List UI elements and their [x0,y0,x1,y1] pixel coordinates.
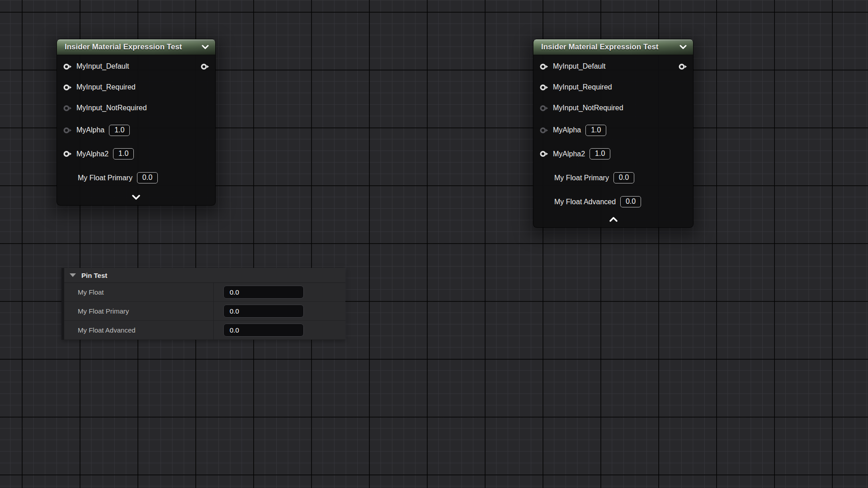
output-pin-icon[interactable] [679,63,688,70]
pin-default-value-input[interactable]: 0.0 [620,196,641,207]
property-value-input[interactable]: 0.0 [223,286,304,299]
chevron-down-icon[interactable] [679,45,687,49]
material-expression-node-left[interactable]: Insider Material Expression Test MyInput… [57,39,216,206]
material-expression-node-right[interactable]: Insider Material Expression Test MyInput… [533,39,693,228]
pin-label: MyInput_NotRequired [553,104,623,112]
output-pin-icon[interactable] [201,63,210,70]
chevron-down-icon[interactable] [202,45,209,49]
property-value-input[interactable]: 0.0 [223,305,304,318]
pin-row: MyInput_Default [533,56,693,77]
chevron-up-icon[interactable] [533,214,693,227]
pin-label: My Float Primary [78,174,132,182]
input-pin-icon[interactable] [540,150,549,157]
pin-row: MyInput_Default [57,56,215,77]
pin-row: MyInput_Required [57,77,215,98]
input-pin-icon[interactable] [540,127,549,134]
pin-default-value-input[interactable]: 0.0 [613,172,634,183]
node-header[interactable]: Insider Material Expression Test [533,39,693,55]
triangle-down-icon[interactable] [70,273,76,277]
node-pin-list: MyInput_DefaultMyInput_RequiredMyInput_N… [57,55,215,192]
pin-label: MyAlpha2 [553,150,585,158]
pin-row: MyInput_Required [533,77,693,98]
pin-test-details-panel: Pin Test My Float0.0My Float Primary0.0M… [61,268,345,340]
input-pin-icon[interactable] [63,127,72,134]
input-pin-icon[interactable] [63,150,72,157]
pin-label: MyInput_Required [553,83,612,91]
property-row: My Float Advanced0.0 [64,321,345,340]
input-pin-icon[interactable] [63,84,72,91]
pin-row: MyAlpha21.0 [57,142,215,166]
input-pin-icon[interactable] [540,84,549,91]
property-label: My Float Advanced [64,321,214,339]
pin-label: MyAlpha [76,126,104,134]
pin-label: MyAlpha2 [76,150,108,158]
pin-default-value-input[interactable]: 1.0 [590,148,610,160]
category-header[interactable]: Pin Test [64,268,345,283]
pin-label: My Float Advanced [554,198,616,206]
pin-row: MyInput_NotRequired [57,98,215,118]
pin-row: MyAlpha1.0 [533,118,693,142]
pin-default-value-input[interactable]: 1.0 [113,148,134,160]
property-rows: My Float0.0My Float Primary0.0My Float A… [64,283,345,340]
property-label: My Float Primary [64,302,214,320]
pin-label: My Float Primary [554,174,609,182]
pin-row: MyAlpha21.0 [533,142,693,166]
node-title: Insider Material Expression Test [57,42,202,52]
node-header[interactable]: Insider Material Expression Test [57,39,215,55]
pin-default-value-input[interactable]: 1.0 [585,125,606,136]
pin-label: MyInput_Default [553,62,606,70]
pin-label: MyInput_NotRequired [76,104,147,112]
input-pin-icon[interactable] [540,63,549,70]
input-pin-icon[interactable] [63,105,72,112]
pin-row: My Float Primary0.0 [57,166,215,190]
pin-default-value-input[interactable]: 1.0 [109,125,130,136]
pin-label: MyAlpha [553,126,581,134]
category-title: Pin Test [81,272,107,279]
node-pin-list: MyInput_DefaultMyInput_RequiredMyInput_N… [533,55,693,214]
input-pin-icon[interactable] [540,105,549,112]
pin-label: MyInput_Default [76,62,129,70]
chevron-down-icon[interactable] [57,192,215,205]
pin-label: MyInput_Required [76,83,136,91]
pin-row: MyAlpha1.0 [57,118,215,142]
pin-row: MyInput_NotRequired [533,98,693,118]
property-row: My Float0.0 [64,283,345,302]
pin-default-value-input[interactable]: 0.0 [137,172,158,183]
pin-row: My Float Primary0.0 [533,166,693,190]
input-pin-icon[interactable] [63,63,72,70]
property-row: My Float Primary0.0 [64,302,345,321]
graph-canvas[interactable]: Insider Material Expression Test MyInput… [0,0,868,488]
node-title: Insider Material Expression Test [533,42,679,52]
pin-row: My Float Advanced0.0 [533,190,693,214]
property-label: My Float [64,283,214,301]
property-value-input[interactable]: 0.0 [223,324,304,337]
